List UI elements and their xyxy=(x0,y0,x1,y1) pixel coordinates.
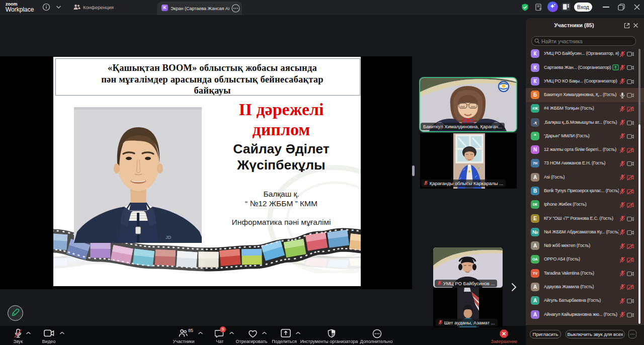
svg-text:JD: JD xyxy=(166,235,172,240)
